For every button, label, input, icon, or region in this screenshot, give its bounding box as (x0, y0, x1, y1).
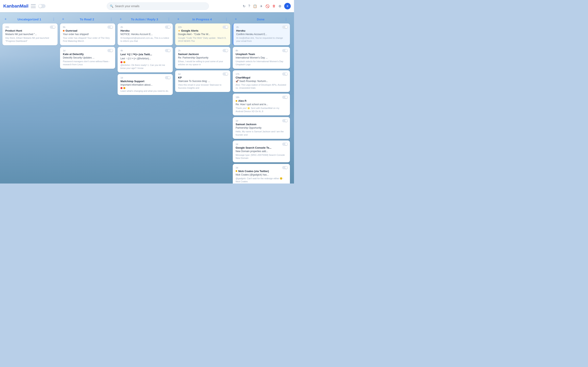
email-card[interactable]: 2hHerokuConfirm Heroku Account E...Hi me… (233, 24, 290, 45)
card-sender: Levi ☜(ﾟヮﾟ☜)> (via Twitt... (121, 53, 152, 56)
email-card[interactable]: 1dGoogle Search Console Te...New Domain … (233, 141, 290, 162)
card-sender: Alex P. (238, 99, 247, 102)
refresh-icon[interactable]: ↻ (243, 4, 245, 8)
delete-icon[interactable]: 🗑 (272, 4, 276, 8)
card-time: 22h (178, 26, 182, 28)
cards-to-action: 2hHerokuNOTICE: Heroku Account E...Hi bo… (118, 24, 173, 95)
card-from-row: Mailchimp Support (121, 80, 170, 83)
email-card[interactable]: 2hSamuel JacksonRe: Partnership Opportun… (175, 47, 230, 69)
column-add-to-action[interactable]: + (120, 17, 122, 21)
card-time: 1d (236, 143, 238, 145)
column-add-uncategorized[interactable]: + (4, 17, 7, 21)
card-subject: International Women's Day ... (236, 56, 287, 59)
card-preview: Hey there, Ethan! Mubaris NK just launch… (5, 36, 55, 43)
card-preview: Thank you! 🌟 Sent with KanbanMail on my … (236, 107, 287, 113)
search-input[interactable] (115, 4, 206, 8)
card-subject: Staircase To Success blog: ... (178, 80, 227, 83)
red-tag-icon (121, 61, 122, 63)
column-title-uncategorized: Uncategorized 1 (8, 17, 51, 21)
card-subject: Re: Partnership Opportunity (178, 56, 227, 59)
email-card[interactable]: 22h★Google AlertsGoogle Alert - "Code Th… (175, 24, 230, 45)
card-toggle[interactable] (165, 25, 171, 29)
card-time: 4h (121, 49, 123, 52)
card-from-row: Samuel Jackson (236, 123, 287, 126)
column-title-to-read: To Read 2 (66, 17, 108, 21)
column-to-action: +To Action / Reply 3⋮2hHerokuNOTICE: Her… (118, 16, 173, 180)
email-card[interactable]: 20hProduct HuntMubaris NK just launched … (2, 24, 58, 45)
email-card[interactable]: 1dNick Coates (via Twitter)Nick Coates (… (233, 164, 290, 184)
email-card[interactable]: 1dKate at DetectifyDetectify Security Up… (60, 47, 115, 69)
card-preview: Your order has shipped! Your order of Th… (63, 36, 112, 43)
send-icon[interactable]: ✈ (260, 4, 263, 8)
card-toggle[interactable] (107, 25, 113, 29)
card-preview: Unsplash selects for International Women… (236, 60, 287, 66)
column-menu-in-progress[interactable]: ⋮ (225, 17, 228, 21)
email-card[interactable]: 1dMailchimp SupportImportant information… (118, 74, 173, 95)
column-title-to-action: To Action / Reply 3 (123, 17, 166, 21)
kanban-board: +Uncategorized 1⋮20hProduct HuntMubaris … (0, 12, 294, 184)
card-toggle[interactable] (165, 76, 171, 79)
card-subject: Re: How I quit school and le... (236, 103, 287, 106)
search-bar: 🔍 (107, 2, 209, 10)
card-subject: Google Alert - "Code The W... (178, 33, 227, 36)
email-card[interactable]: 1dKPStaircase To Success blog: ...View t… (175, 70, 230, 92)
settings-icon[interactable]: ⚙ (278, 4, 281, 8)
card-header-row: 1d (236, 166, 287, 169)
card-time: 1d (236, 119, 238, 122)
email-card[interactable]: 4hLevi ☜(ﾟヮﾟ☜)> (via Twitt...Levi ☜(ﾟヮﾟ☜… (118, 47, 173, 72)
column-to-read: +To Read 2⋮5hGumroadYour order has shipp… (60, 16, 115, 180)
card-header-row: 22h (178, 26, 227, 28)
card-time: 2h (178, 49, 181, 52)
card-toggle[interactable] (282, 49, 288, 52)
column-add-done[interactable]: + (235, 17, 237, 21)
red-tag-icon (121, 87, 122, 89)
email-card[interactable]: 8hUnsplash TeamInternational Women's Day… (233, 47, 290, 69)
app-logo: KanbanMail (3, 3, 28, 9)
card-header-row: 1d (63, 49, 112, 52)
email-card[interactable]: 17hChartMogul🚀 SaaS Roundup: Nurturin...… (233, 70, 290, 92)
help-icon[interactable]: ? (248, 4, 250, 8)
card-toggle[interactable] (165, 49, 171, 52)
email-card[interactable]: 5hGumroadYour order has shipped!Your ord… (60, 24, 115, 45)
email-card[interactable]: 1dSamuel JacksonPartnership OpportunityH… (233, 117, 290, 139)
card-toggle[interactable] (282, 96, 288, 99)
card-time: 1d (178, 73, 181, 75)
card-time: 8h (236, 49, 238, 52)
card-from-row: ★Google Alerts (178, 29, 227, 32)
card-header-row: 18h (236, 96, 287, 99)
card-toggle[interactable] (282, 119, 288, 122)
column-title-in-progress: In Progress 4 (181, 17, 224, 21)
card-toggle[interactable] (282, 25, 288, 29)
column-menu-to-action[interactable]: ⋮ (167, 17, 171, 21)
card-subject: Detectify Security Updates ... (63, 56, 112, 59)
column-menu-uncategorized[interactable]: ⋮ (52, 17, 56, 21)
copy-icon[interactable]: 📋 (253, 4, 257, 8)
card-sender: Google Alerts (181, 29, 199, 32)
card-toggle[interactable] (223, 72, 228, 76)
card-toggle[interactable] (223, 49, 228, 52)
column-menu-done[interactable]: ⋮ (285, 17, 288, 21)
view-toggle[interactable] (38, 4, 45, 8)
card-header-row: 2h (178, 49, 227, 52)
column-add-in-progress[interactable]: + (177, 17, 180, 21)
card-toggle[interactable] (107, 49, 113, 52)
card-from-row: Samuel Jackson (178, 53, 227, 56)
card-toggle[interactable] (50, 25, 56, 29)
card-toggle[interactable] (282, 142, 288, 146)
column-add-to-read[interactable]: + (62, 17, 64, 21)
card-toggle[interactable] (223, 25, 228, 29)
card-preview: View this email in your browser Staircas… (178, 83, 227, 90)
email-card[interactable]: 18hAlex P.Re: How I quit school and le..… (233, 94, 290, 115)
email-card[interactable]: 2hHerokuNOTICE: Heroku Account E...Hi bo… (118, 24, 173, 45)
card-toggle[interactable] (282, 72, 288, 76)
card-tags (121, 87, 170, 89)
block-icon[interactable]: 🚫 (265, 4, 269, 8)
compose-button[interactable]: + (284, 3, 291, 9)
sidebar-toggle-button[interactable] (31, 4, 36, 8)
card-sender: Gumroad (66, 29, 77, 32)
column-menu-to-read[interactable]: ⋮ (110, 17, 113, 21)
card-sender: Google Search Console Te... (236, 146, 271, 149)
card-toggle[interactable] (282, 166, 288, 169)
card-header-row: 4h (121, 49, 170, 52)
card-preview: @lvrbrtsn: Ok there ready! 1. Can you le… (121, 64, 170, 70)
